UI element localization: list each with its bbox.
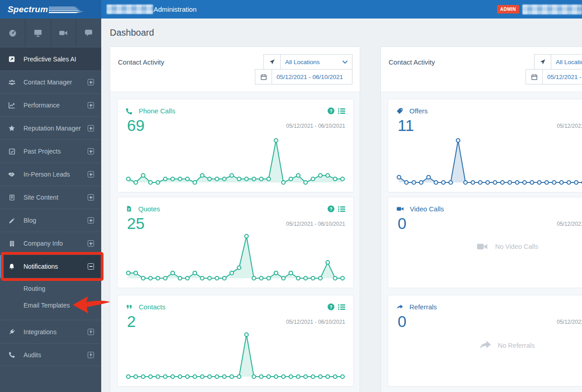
- date-range-filter: 05/12/2021 - 06/10/2021: [526, 69, 582, 84]
- empty-state-text: No Referrals: [498, 342, 535, 349]
- notifications-submenu: Routing Email Templates: [0, 278, 101, 320]
- sidebar-item-integrations[interactable]: Integrations: [0, 320, 101, 343]
- sidebar-item-past-projects[interactable]: Past Projects: [0, 140, 101, 163]
- contact-activity-panel-left: Contact Activity All Locations 05/12/202…: [110, 47, 360, 392]
- sidebar-item-contact-manager[interactable]: Contact Manager: [0, 70, 101, 93]
- location-select[interactable]: All Locations: [281, 54, 352, 70]
- empty-state: No Referrals: [388, 339, 582, 352]
- metric-value: 0: [398, 313, 557, 331]
- brand-logo[interactable]: Spectrum: [0, 0, 101, 19]
- redacted-company-name: [107, 5, 153, 14]
- list-icon[interactable]: [338, 108, 345, 114]
- metric-label: Quotes: [138, 205, 328, 213]
- video-calls-card: Video Calls 0 05/12/2021 - 06/10/2021 No…: [388, 197, 582, 288]
- metric-date-range: 05/12/2021 - 06/10/2021: [286, 319, 345, 325]
- sidebar-item-in-person-leads[interactable]: In-Person Leads: [0, 163, 101, 186]
- expand-plus-icon[interactable]: [88, 329, 94, 335]
- sidebar-item-blog[interactable]: Blog: [0, 209, 101, 232]
- panel-header: Contact Activity All Locations 05/12/202…: [381, 47, 582, 92]
- phone-calls-sparkline: [125, 136, 346, 187]
- location-arrow-icon: [534, 54, 551, 70]
- empty-state-text: No Video Calls: [495, 243, 539, 250]
- quotes-card: Quotes 25 05/12/2021 - 06/10/2021: [117, 197, 354, 288]
- metric-value: 0: [398, 215, 557, 233]
- page-title: Dashboard: [110, 28, 154, 38]
- panel-header: Contact Activity All Locations 05/12/202…: [110, 47, 360, 92]
- chevron-down-icon: [343, 61, 347, 64]
- metric-label: Contacts: [139, 303, 328, 311]
- metric-date-range: 05/12/2021 - 06/10/2021: [286, 221, 345, 227]
- sidebar-item-company-info[interactable]: Company Info: [0, 232, 101, 255]
- dashboard-tab[interactable]: [0, 19, 25, 47]
- quote-icon: [126, 303, 133, 311]
- brand-wordmark: Spectrum: [8, 5, 48, 14]
- tag-icon: [396, 107, 404, 115]
- star-icon: [0, 125, 23, 132]
- phone-calls-card: Phone Calls 69 05/12/2021 - 06/10/2021: [117, 99, 354, 192]
- video-camera-icon: [396, 205, 404, 213]
- expand-plus-icon[interactable]: [88, 171, 94, 177]
- bell-icon: [0, 263, 23, 270]
- help-icon[interactable]: [328, 107, 334, 114]
- location-select[interactable]: All Locations: [551, 54, 582, 70]
- list-icon[interactable]: [338, 304, 345, 310]
- sidebar-item-reputation-manager[interactable]: Reputation Manager: [0, 117, 101, 140]
- metric-date-range: 05/12/2021 - 06/10/2021: [286, 123, 345, 129]
- metric-value: 69: [127, 117, 286, 135]
- chat-tab[interactable]: [76, 19, 101, 47]
- panel-title: Contact Activity: [389, 58, 435, 66]
- metric-label: Video Calls: [410, 205, 582, 213]
- expand-plus-icon[interactable]: [88, 352, 94, 358]
- expand-plus-icon[interactable]: [88, 194, 94, 201]
- video-tab[interactable]: [51, 19, 76, 47]
- metric-value: 25: [127, 215, 286, 233]
- location-arrow-icon: [263, 54, 281, 70]
- sidebar-item-performance[interactable]: Performance: [0, 93, 101, 117]
- share-arrow-icon: [478, 339, 493, 352]
- date-range-filter: 05/12/2021 - 06/10/2021: [255, 69, 352, 84]
- expand-plus-icon[interactable]: [88, 148, 94, 154]
- empty-state: No Video Calls: [388, 241, 582, 252]
- metric-label: Referrals: [409, 303, 582, 311]
- expand-plus-icon[interactable]: [88, 217, 94, 224]
- sidebar: Predictive Sales AI Contact Manager Perf…: [0, 19, 101, 392]
- date-range-input[interactable]: 05/12/2021 - 06/10/2021: [272, 69, 352, 84]
- monitor-icon: [33, 28, 42, 37]
- file-icon: [126, 205, 132, 212]
- brand-stripes-icon: [49, 6, 84, 14]
- gauge-icon: [8, 28, 17, 37]
- sidebar-subitem-email-templates[interactable]: Email Templates: [0, 297, 101, 313]
- book-icon: [0, 194, 23, 201]
- main-content: Dashboard Contact Activity All Locations…: [101, 19, 582, 392]
- check-square-icon: [0, 148, 23, 155]
- sidebar-nav: Predictive Sales AI Contact Manager Perf…: [0, 47, 101, 366]
- phone-icon: [126, 107, 133, 115]
- location-filter: All Locations: [534, 54, 582, 70]
- desktop-tab[interactable]: [25, 19, 51, 47]
- phone-icon: [0, 351, 23, 358]
- calendar-icon: [255, 69, 272, 84]
- expand-plus-icon[interactable]: [88, 240, 94, 247]
- date-range-input[interactable]: 05/12/2021 - 06/10/2021: [543, 69, 582, 84]
- contact-activity-panel-right: Contact Activity All Locations 05/12/202…: [380, 47, 582, 392]
- quotes-sparkline: [125, 232, 346, 282]
- chart-line-icon: [0, 102, 23, 109]
- expand-plus-icon[interactable]: [88, 79, 94, 85]
- offers-card: Offers 11 05/12/2021 - 06/10/2021: [388, 99, 582, 192]
- sidebar-item-notifications[interactable]: Notifications: [0, 255, 101, 278]
- sidebar-item-predictive-sales-ai[interactable]: Predictive Sales AI: [0, 47, 101, 70]
- sidebar-subitem-routing[interactable]: Routing: [0, 280, 101, 297]
- location-filter: All Locations: [263, 54, 352, 70]
- expand-plus-icon[interactable]: [88, 102, 94, 108]
- chat-bubble-icon: [84, 28, 93, 37]
- sidebar-item-site-content[interactable]: Site Content: [0, 186, 101, 209]
- contacts-card: Contacts 2 05/12/2021 - 06/10/2021: [117, 295, 354, 387]
- redacted-user-name: [522, 5, 582, 14]
- collapse-minus-icon[interactable]: [88, 263, 94, 270]
- list-icon[interactable]: [338, 206, 345, 212]
- sidebar-item-audits[interactable]: Audits: [0, 343, 101, 366]
- help-icon[interactable]: [328, 205, 334, 212]
- help-icon[interactable]: [328, 303, 334, 310]
- contacts-sparkline: [125, 330, 346, 381]
- expand-plus-icon[interactable]: [88, 125, 94, 131]
